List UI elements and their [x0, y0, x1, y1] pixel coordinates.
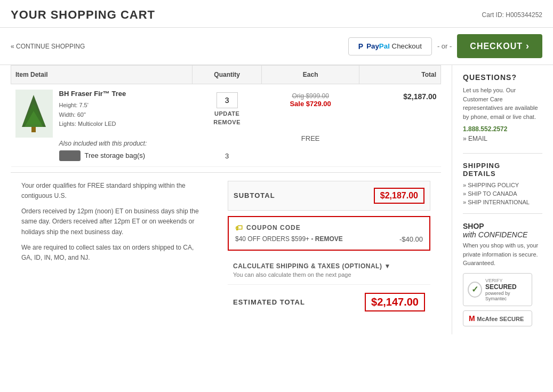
- coupon-label: COUPON CODE: [246, 224, 301, 231]
- shipping-details-title: SHIPPINGDETAILS: [463, 162, 542, 178]
- divider-2: [463, 213, 542, 214]
- divider-1: [463, 153, 542, 154]
- mcafee-badge[interactable]: M McAfee SECURE: [463, 310, 532, 326]
- bottom-section: Your order qualifies for FREE standard s…: [11, 172, 441, 322]
- shipping-policy-link[interactable]: SHIPPING POLICY: [463, 182, 542, 188]
- shop-confidence-title: SHOP with CONFIDENCE: [463, 222, 542, 239]
- subtotal-row: SUBTOTAL $2,187.00: [228, 181, 430, 211]
- page-title: YOUR SHOPPING CART: [11, 8, 155, 22]
- quantity-cell: UPDATE REMOVE 3: [193, 84, 262, 167]
- shipping-line1: Your order qualifies for FREE standard s…: [21, 181, 206, 201]
- paypal-icon: P: [358, 42, 363, 51]
- norton-check-icon: ✓: [468, 282, 482, 298]
- checkout-area: P PayPal Checkout - or - CHECKOUT ›: [348, 34, 542, 58]
- main-content: Item Detail Quantity Each Total: [0, 65, 553, 334]
- total-cell: $2,187.00: [359, 84, 440, 167]
- qty-box: UPDATE REMOVE: [197, 92, 258, 125]
- continue-shopping-link[interactable]: CONTINUE SHOPPING: [11, 43, 85, 50]
- item-details: Height: 7.5' Width: 60" Lights: Multicol…: [59, 101, 147, 129]
- norton-secured-label: SECURED: [485, 283, 527, 291]
- phone-number: 1.888.552.2572: [463, 125, 542, 133]
- estimated-total-label: ESTIMATED TOTAL: [233, 298, 305, 306]
- shipping-calc-arrow-icon: ▼: [384, 262, 390, 270]
- questions-section: QUESTIONS? Let us help you. Our Customer…: [463, 73, 542, 142]
- top-bar: CONTINUE SHOPPING P PayPal Checkout - or…: [0, 28, 553, 65]
- questions-title: QUESTIONS?: [463, 73, 542, 82]
- subtotal-amount: $2,187.00: [374, 188, 424, 204]
- item-image: [15, 90, 53, 138]
- coupon-header: 🏷 COUPON CODE: [235, 223, 423, 232]
- bag-qty: 3: [225, 152, 229, 160]
- shipping-calc-section: CALCULATE SHIPPING & TAXES (OPTIONAL) ▼ …: [228, 256, 430, 285]
- item-name: BH Fraser Fir™ Tree: [59, 90, 147, 98]
- cart-table: Item Detail Quantity Each Total: [11, 65, 441, 167]
- tree-svg: [19, 92, 49, 135]
- each-cell: Orig $999.00 Sale $729.00 FREE: [262, 84, 359, 167]
- shipping-line2: Orders received by 12pm (noon) ET on bus…: [21, 206, 206, 237]
- update-link[interactable]: UPDATE: [214, 110, 239, 117]
- svg-rect-3: [31, 127, 36, 132]
- paypal-text: PayPal Checkout: [366, 42, 422, 50]
- cart-id: Cart ID: H005344252: [482, 11, 542, 19]
- col-quantity: Quantity: [193, 66, 262, 84]
- coupon-remove-button[interactable]: - REMOVE: [311, 235, 342, 243]
- coupon-desc: $40 OFF ORDERS $599+ - REMOVE: [235, 235, 343, 243]
- shipping-info: Your order qualifies for FREE standard s…: [11, 173, 217, 322]
- questions-text: Let us help you. Our Customer Care repre…: [463, 86, 542, 121]
- sale-price: Sale $729.00: [266, 100, 355, 108]
- shipping-details-section: SHIPPINGDETAILS SHIPPING POLICY SHIP TO …: [463, 162, 542, 205]
- item-total: $2,187.00: [403, 92, 436, 101]
- bag-name: Tree storage bag(s): [85, 151, 146, 159]
- table-row: BH Fraser Fir™ Tree Height: 7.5' Width: …: [11, 84, 441, 167]
- subtotal-label: SUBTOTAL: [234, 191, 275, 199]
- norton-powered-label: powered by Symantec: [485, 291, 527, 301]
- chevron-right-icon: ›: [526, 41, 530, 52]
- col-each: Each: [262, 66, 359, 84]
- paypal-checkout-button[interactable]: P PayPal Checkout: [348, 37, 432, 55]
- remove-link[interactable]: REMOVE: [213, 119, 241, 125]
- or-separator: - or -: [437, 42, 452, 50]
- estimated-total-row: ESTIMATED TOTAL $2,147.00: [228, 285, 430, 314]
- norton-badge[interactable]: ✓ VERIFY SECURED powered by Symantec: [463, 273, 532, 306]
- ship-international-link[interactable]: SHIP INTERNATIONAL: [463, 199, 542, 205]
- coupon-icon: 🏷: [235, 223, 243, 232]
- shop-confidence-text: When you shop with us, your private info…: [463, 241, 542, 268]
- coupon-detail: $40 OFF ORDERS $599+ - REMOVE -$40.00: [235, 235, 423, 243]
- quantity-input[interactable]: [217, 92, 238, 108]
- shipping-calc-title[interactable]: CALCULATE SHIPPING & TAXES (OPTIONAL) ▼: [233, 262, 425, 270]
- item-detail-cell: BH Fraser Fir™ Tree Height: 7.5' Width: …: [11, 84, 193, 167]
- norton-text: VERIFY SECURED powered by Symantec: [485, 278, 527, 301]
- ship-to-canada-link[interactable]: SHIP TO CANADA: [463, 190, 542, 197]
- also-included-label: Also included with this product:: [59, 140, 147, 147]
- right-sidebar: QUESTIONS? Let us help you. Our Customer…: [452, 65, 553, 334]
- mcafee-text: M McAfee SECURE: [469, 314, 526, 323]
- coupon-section: 🏷 COUPON CODE $40 OFF ORDERS $599+ - REM…: [228, 216, 430, 251]
- left-content: Item Detail Quantity Each Total: [0, 65, 452, 334]
- page-header: YOUR SHOPPING CART Cart ID: H005344252: [0, 0, 553, 28]
- col-item-detail: Item Detail: [11, 66, 193, 84]
- coupon-discount: -$40.00: [399, 235, 423, 243]
- shop-confidence-section: SHOP with CONFIDENCE When you shop with …: [463, 222, 542, 326]
- shipping-line3: We are required to collect sales tax on …: [21, 243, 206, 263]
- col-total: Total: [359, 66, 440, 84]
- checkout-button[interactable]: CHECKOUT ›: [457, 34, 542, 58]
- estimated-total-amount: $2,147.00: [365, 293, 425, 311]
- email-link[interactable]: EMAIL: [463, 135, 542, 142]
- bag-image: [59, 150, 81, 161]
- shipping-calc-sub: You can also calculate them on the next …: [233, 271, 425, 278]
- order-summary: SUBTOTAL $2,187.00 🏷 COUPON CODE $40 OFF…: [217, 173, 441, 322]
- bag-price: FREE: [301, 134, 320, 142]
- orig-price: Orig $999.00: [266, 92, 355, 100]
- item-info: BH Fraser Fir™ Tree Height: 7.5' Width: …: [59, 90, 147, 161]
